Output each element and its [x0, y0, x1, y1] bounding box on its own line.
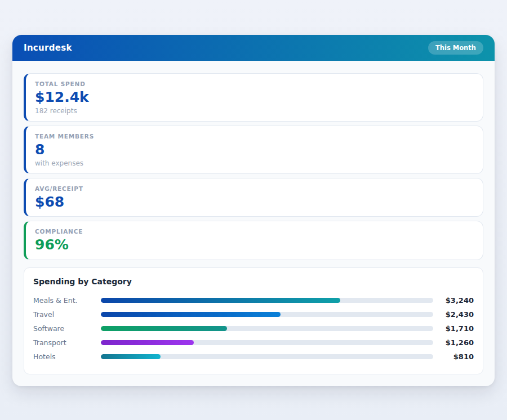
incurdesk-panel: Incurdesk This Month TOTAL SPEND $12.4k …: [12, 35, 495, 386]
chart-title: Spending by Category: [33, 277, 474, 286]
period-badge[interactable]: This Month: [428, 41, 483, 55]
category-label: Software: [33, 324, 101, 333]
app-header: Incurdesk This Month: [12, 35, 495, 61]
stat-value: $68: [35, 194, 474, 211]
category-label: Hotels: [33, 352, 101, 361]
category-value: $810: [433, 352, 474, 361]
bar-fill: [101, 354, 161, 359]
bar-fill: [101, 340, 194, 345]
chart-row-hotels: Hotels $810: [33, 350, 474, 364]
stat-value: $12.4k: [35, 90, 474, 106]
app-body: TOTAL SPEND $12.4k 182 receipts TEAM MEM…: [12, 61, 495, 386]
category-value: $2,430: [433, 310, 474, 319]
chart-row-travel: Travel $2,430: [33, 307, 474, 321]
bar-fill: [101, 298, 340, 303]
stat-label: AVG/RECEIPT: [35, 185, 474, 192]
stat-subtext: 182 receipts: [35, 107, 474, 115]
chart-row-transport: Transport $1,260: [33, 336, 474, 350]
chart-row-software: Software $1,710: [33, 321, 474, 336]
stat-value: 8: [35, 142, 474, 158]
bar-track: [101, 354, 433, 359]
bar-fill: [101, 326, 227, 331]
stat-card-total-spend: TOTAL SPEND $12.4k 182 receipts: [24, 73, 483, 122]
stat-value: 96%: [35, 237, 474, 253]
spending-by-category-chart: Spending by Category Meals & Ent. $3,240…: [24, 267, 483, 374]
stat-card-compliance: COMPLIANCE 96%: [24, 221, 483, 260]
stat-card-team-members: TEAM MEMBERS 8 with expenses: [24, 126, 483, 174]
bar-track: [101, 326, 433, 331]
stat-subtext: with expenses: [35, 159, 474, 167]
stat-card-avg-receipt: AVG/RECEIPT $68: [24, 178, 483, 217]
category-label: Transport: [33, 338, 101, 347]
bar-track: [101, 340, 433, 345]
bar-track: [101, 298, 433, 303]
stat-label: TOTAL SPEND: [35, 81, 474, 87]
app-title: Incurdesk: [24, 43, 72, 53]
bar-fill: [101, 312, 281, 317]
category-label: Meals & Ent.: [33, 296, 101, 305]
category-value: $1,710: [433, 324, 474, 333]
stat-label: COMPLIANCE: [35, 228, 474, 235]
category-label: Travel: [33, 310, 101, 319]
stat-label: TEAM MEMBERS: [35, 133, 474, 140]
chart-row-meals: Meals & Ent. $3,240: [33, 293, 474, 307]
category-value: $1,260: [433, 338, 474, 347]
category-value: $3,240: [433, 296, 474, 305]
bar-track: [101, 312, 433, 317]
page-background: Incurdesk This Month TOTAL SPEND $12.4k …: [0, 0, 507, 420]
